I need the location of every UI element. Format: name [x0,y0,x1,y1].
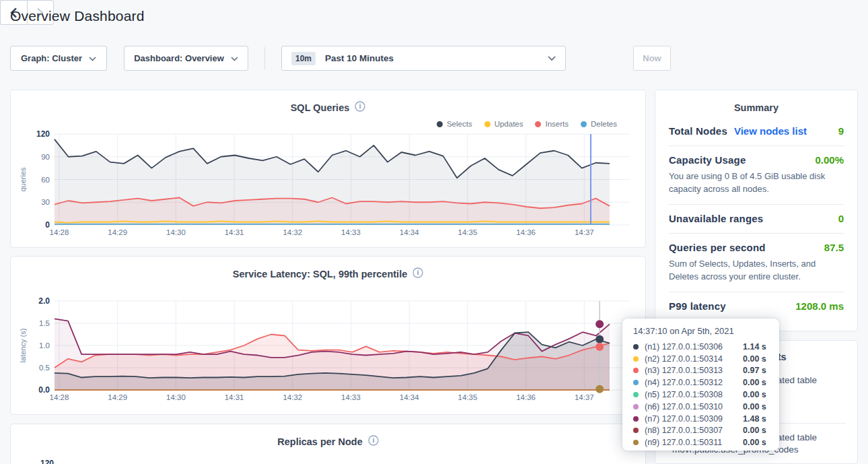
summary-row-qps: Queries per second 87.5 Sum of Selects, … [669,234,844,292]
svg-text:14:37: 14:37 [575,228,594,236]
sql-queries-chart[interactable]: 030609012014:2814:2914:3014:3114:3214:33… [11,90,645,247]
chevron-down-icon [548,53,556,63]
svg-text:0.5: 0.5 [39,364,50,372]
node-color-dot [633,344,639,350]
summary-title: Summary [669,90,844,117]
service-latency-chart[interactable]: 0.00.51.01.52.014:2814:2914:3014:3114:32… [11,257,645,414]
svg-text:1.0: 1.0 [39,341,50,350]
node-color-dot [633,440,639,445]
svg-text:14:34: 14:34 [400,228,419,236]
time-range-badge: 10m [291,52,316,65]
capacity-usage-desc: You are using 0 B of 4.5 GiB usable disk… [669,170,844,195]
info-icon[interactable]: i [368,435,379,448]
controls-divider [264,47,265,69]
qps-label: Queries per second [669,242,766,253]
svg-text:14:36: 14:36 [516,393,536,401]
node-color-dot [633,416,639,422]
svg-text:14:28: 14:28 [50,228,69,236]
summary-card: Summary Total Nodes View nodes list 9 Ca… [655,90,858,331]
svg-text:14:32: 14:32 [283,393,302,401]
svg-text:14:36: 14:36 [516,228,536,236]
tooltip-node-row: (n5) 127.0.0.1:503080.00 s [633,389,768,401]
graph-dropdown-label: Graph: Cluster [21,53,82,63]
unavailable-ranges-label: Unavailable ranges [669,213,763,224]
capacity-usage-label: Capacity Usage [669,154,746,166]
summary-row-total-nodes: Total Nodes View nodes list 9 [669,117,844,146]
svg-text:14:32: 14:32 [283,228,302,236]
dashboard-dropdown-label: Dashboard: Overview [134,53,224,63]
svg-text:14:35: 14:35 [458,393,478,401]
summary-row-capacity: Capacity Usage 0.00% You are using 0 B o… [669,146,844,205]
node-color-dot [633,368,639,373]
tooltip-node-row: (n7) 127.0.0.1:503091.48 s [633,413,768,425]
service-latency-card: Service Latency: SQL, 99th percentile i … [10,256,646,415]
summary-row-unavailable: Unavailable ranges 0 [669,205,844,234]
svg-text:14:34: 14:34 [400,393,419,401]
capacity-usage-value: 0.00% [815,154,844,166]
tooltip-node-row: (n3) 127.0.0.1:503130.97 s [633,365,768,377]
svg-text:14:31: 14:31 [225,228,244,236]
svg-text:14:29: 14:29 [108,393,127,401]
chevron-down-icon [231,53,238,63]
chart-hover-tooltip: 14:37:10 on Apr 5th, 2021 (n1) 127.0.0.1… [622,319,779,451]
page-title: Overview Dashboard [10,8,145,24]
tooltip-node-row: (n9) 127.0.0.1:503110.00 s [633,436,768,449]
svg-text:2.0: 2.0 [38,296,50,306]
svg-text:14:35: 14:35 [458,228,478,236]
svg-text:14:28: 14:28 [50,393,69,401]
total-nodes-value: 9 [838,125,844,137]
replicas-title: Replicas per Node [277,436,363,447]
node-color-dot [633,404,639,409]
tooltip-timestamp: 14:37:10 on Apr 5th, 2021 [633,326,768,336]
tooltip-rows: (n1) 127.0.0.1:503061.14 s(n2) 127.0.0.1… [633,341,768,449]
svg-text:14:29: 14:29 [108,228,127,236]
svg-text:90: 90 [41,153,50,161]
tooltip-node-row: (n4) 127.0.0.1:503120.00 s [633,376,768,389]
graph-dropdown[interactable]: Graph: Cluster [10,46,107,71]
node-color-dot [633,356,639,362]
svg-text:queries: queries [19,167,27,192]
node-color-dot [633,380,639,385]
tooltip-node-row: (n1) 127.0.0.1:503061.14 s [633,341,768,353]
svg-text:0.0: 0.0 [38,385,50,395]
svg-text:latency (s): latency (s) [19,329,27,363]
svg-text:14:37: 14:37 [575,393,594,401]
time-range-selector[interactable]: 10m Past 10 Minutes [281,46,566,71]
svg-text:60: 60 [41,176,50,184]
node-color-dot [633,428,639,433]
svg-text:14:31: 14:31 [225,393,244,401]
svg-text:14:30: 14:30 [166,393,186,401]
chevron-down-icon [89,53,96,63]
replicas-ytick: 120 [40,459,54,464]
now-button[interactable]: Now [633,46,671,71]
svg-text:30: 30 [41,198,50,206]
qps-value: 87.5 [824,242,844,253]
node-color-dot [633,392,639,397]
time-range-label: Past 10 Minutes [325,53,394,63]
p99-latency-label: P99 latency [669,300,726,312]
svg-text:1.5: 1.5 [39,319,50,327]
dashboard-dropdown[interactable]: Dashboard: Overview [124,46,248,71]
svg-text:14:30: 14:30 [166,228,186,236]
svg-text:14:33: 14:33 [341,393,361,401]
svg-text:14:33: 14:33 [341,228,361,236]
svg-text:i: i [372,437,374,444]
p99-latency-value: 1208.0 ms [795,300,844,312]
sql-queries-card: SQL Queries i SelectsUpdatesInsertsDelet… [10,90,646,248]
view-nodes-list-link[interactable]: View nodes list [734,125,807,137]
tooltip-node-row: (n6) 127.0.0.1:503100.00 s [633,401,768,413]
replicas-per-node-card: Replicas per Node i 120 [10,424,646,464]
svg-text:120: 120 [36,129,50,139]
total-nodes-label: Total Nodes [669,125,727,137]
tooltip-node-row: (n8) 127.0.0.1:503070.00 s [633,425,768,437]
qps-desc: Sum of Selects, Updates, Inserts, and De… [669,257,844,283]
tooltip-node-row: (n2) 127.0.0.1:503140.00 s [633,353,768,365]
summary-row-p99: P99 latency 1208.0 ms [669,292,844,321]
unavailable-ranges-value: 0 [838,213,844,224]
